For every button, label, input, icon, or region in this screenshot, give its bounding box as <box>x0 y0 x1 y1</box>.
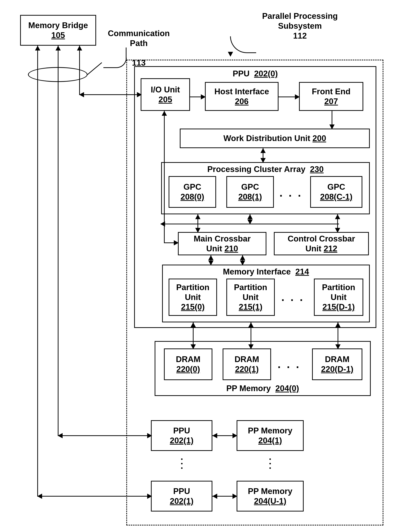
ppmemU-title: PP Memory <box>248 486 292 496</box>
host-if-ref: 206 <box>235 97 248 106</box>
pca-xbar-v1-ad <box>195 228 200 233</box>
mb-to-ppuU-h <box>37 496 151 497</box>
dram0-ref: 220(0) <box>176 364 200 374</box>
ctrl-xbar-unit: Unit <box>305 244 324 253</box>
pu-dram-v2-au <box>248 322 254 327</box>
mb-to-io-al <box>79 92 84 97</box>
memory-bridge-title: Memory Bridge <box>28 20 88 30</box>
front-end-ref: 207 <box>324 97 338 106</box>
pu1-ref: 215(1) <box>239 302 262 312</box>
pca-xbar-bus <box>164 224 339 224</box>
wd-pca-au <box>261 148 266 153</box>
pu-dots: . . . <box>281 291 304 304</box>
fe-wd-ad <box>329 125 335 129</box>
front-end-box: Front End 207 <box>299 82 363 111</box>
front-end-title: Front End <box>312 87 351 97</box>
pu0-box: Partition Unit 215(0) <box>169 279 217 316</box>
dramN-box: DRAM 220(D-1) <box>312 348 362 380</box>
subsystem-pointer-arrow <box>228 52 233 57</box>
xbar-mif-v2-ad <box>240 261 245 265</box>
mb-to-ppu1-al <box>58 433 62 438</box>
pca-xbar-v1-au <box>195 214 200 219</box>
ppu1-ref: 202(1) <box>170 436 193 445</box>
dram1-title: DRAM <box>235 354 259 364</box>
ppuU-ref: 202(1) <box>170 496 193 506</box>
ppmem0-title: PP Memory <box>226 384 271 393</box>
pu-dram-v2-ad <box>248 344 254 349</box>
xbar-mif-v2-au <box>240 255 245 260</box>
ppmem-vdots <box>269 458 271 469</box>
pca-bus-stub-au <box>247 214 253 219</box>
dram1-ref: 220(1) <box>235 364 259 374</box>
io-unit-title: I/O Unit <box>151 85 180 95</box>
wd-pca-ad <box>261 158 266 163</box>
main-xbar-unit: Unit <box>206 244 224 253</box>
dram1-box: DRAM 220(1) <box>223 348 271 380</box>
gpcN-ref: 208(C-1) <box>320 192 353 202</box>
mem-if-ref: 214 <box>295 267 309 276</box>
xbar-mif-v1-ad <box>208 261 213 265</box>
dramN-title: DRAM <box>325 354 349 364</box>
ppu1-pm1-ar <box>232 433 237 438</box>
ppuU-pmU-ar <box>232 494 237 499</box>
main-xbar-box: Main Crossbar Unit 210 <box>178 232 267 255</box>
diagram-canvas: Memory Bridge 105 Communication Path 113… <box>0 0 397 532</box>
ppu1-title: PPU <box>173 426 190 436</box>
pca-xbar-v3-ad <box>335 228 340 233</box>
mb-to-ppuU-ar <box>147 494 152 499</box>
ppmem1-title: PP Memory <box>248 426 292 436</box>
comm-path-pointer <box>87 62 102 75</box>
gpc1-ref: 208(1) <box>238 192 262 202</box>
mb-to-ppu1-h <box>58 435 151 436</box>
ppu0-ref: 202(0) <box>254 69 278 78</box>
hostif-fe-ar <box>295 94 300 100</box>
io-hostif-ar <box>201 94 206 100</box>
gpc0-box: GPC 208(0) <box>169 176 216 208</box>
mb-line-right-up <box>77 46 82 50</box>
memory-bridge-box: Memory Bridge 105 <box>20 15 96 46</box>
mb-to-ppuU-al <box>37 494 42 499</box>
comm-path-ellipse <box>28 67 87 82</box>
pu1-title: Partition Unit <box>234 282 267 302</box>
pu-dram-v1-ad <box>191 344 196 349</box>
pu-dram-v3-au <box>335 322 341 327</box>
mem-if-title: Memory Interface <box>223 267 291 276</box>
io-loop-ar <box>174 240 179 245</box>
puN-box: Partition Unit 215(D-1) <box>314 279 363 316</box>
gpcN-title: GPC <box>327 182 345 192</box>
pca-ref: 230 <box>310 164 324 174</box>
pu0-title: Partition Unit <box>176 282 209 302</box>
host-if-box: Host Interface 206 <box>205 82 279 111</box>
gpc0-title: GPC <box>184 182 201 192</box>
subsystem-pointer-curve <box>230 36 256 53</box>
memory-bridge-ref: 105 <box>51 30 65 40</box>
pu-dram-v1-au <box>191 322 196 327</box>
gpc1-title: GPC <box>241 182 259 192</box>
work-dist-ref: 200 <box>312 133 326 143</box>
ppuU-title: PPU <box>173 486 190 496</box>
mb-line-left <box>37 46 38 497</box>
ppu1-box: PPU 202(1) <box>151 420 212 451</box>
io-unit-box: I/O Unit 205 <box>141 78 190 111</box>
ppmem1-ref: 204(1) <box>258 436 282 445</box>
mb-line-mid <box>58 46 58 436</box>
ctrl-xbar-ref: 212 <box>324 244 337 253</box>
main-xbar-title: Main Crossbar <box>194 234 251 243</box>
pca-xbar-bus-al <box>160 221 165 227</box>
gpcN-box: GPC 208(C-1) <box>310 176 362 208</box>
pu1-box: Partition Unit 215(1) <box>226 279 275 316</box>
ctrl-xbar-box: Control Crossbar Unit 212 <box>274 232 369 255</box>
xbar-mif-v1-au <box>208 255 213 260</box>
puN-title: Partition Unit <box>322 282 355 302</box>
ppmemU-ref: 204(U-1) <box>254 496 286 506</box>
ppu0-title: PPU <box>233 69 249 78</box>
dram-dots: . . . <box>278 358 300 371</box>
subsystem-label: Parallel Processing Subsystem 112 <box>253 11 347 41</box>
ppuU-pmU-al <box>212 494 217 499</box>
mb-to-io-h <box>79 94 141 95</box>
ppmem1-box: PP Memory 204(1) <box>237 420 304 451</box>
ctrl-xbar-title: Control Crossbar <box>288 234 355 243</box>
io-loop-au <box>162 111 167 116</box>
ppu1-pm1-al <box>212 433 217 438</box>
gpc0-ref: 208(0) <box>180 192 204 202</box>
